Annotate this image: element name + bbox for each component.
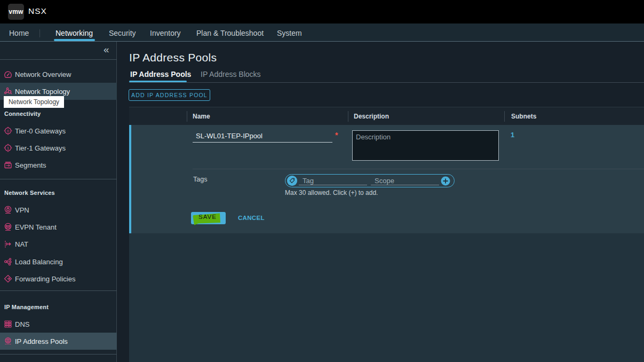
svg-text:0: 0 xyxy=(7,129,10,133)
svg-text:1: 1 xyxy=(7,146,10,151)
